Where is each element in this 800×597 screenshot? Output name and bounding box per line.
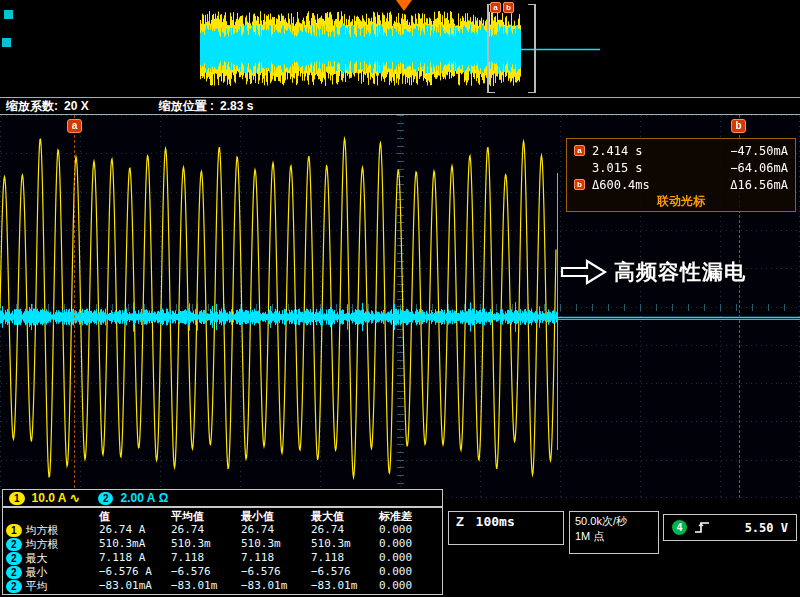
trigger-level: 5.50 V — [745, 521, 788, 535]
cursor-delta-time: Δ600.4ms — [592, 178, 650, 192]
meas-header-min: 最小值 — [241, 509, 311, 523]
meas-cell: −83.01m — [241, 579, 311, 593]
meas-cell: −6.576 A — [99, 565, 171, 579]
meas-header-mean: 平均值 — [171, 509, 241, 523]
overview-window: a b — [0, 0, 800, 97]
meas-cell: 26.74 — [311, 523, 379, 537]
meas-cell: 7.118 — [241, 551, 311, 565]
meas-cell: 0.000 — [379, 551, 437, 565]
ch1-scale[interactable]: 10.0 A ∿ — [32, 491, 80, 505]
cursor-a-badge-small: a — [574, 145, 585, 156]
cursor-a-row: a 2.414 s −47.50mA — [574, 142, 788, 159]
trigger-channel-badge: 4 — [672, 520, 687, 535]
meas-cell: 26.74 A — [99, 523, 171, 537]
cursor-b-time: 3.015 s — [592, 161, 643, 175]
meas-cell: −6.576 — [311, 565, 379, 579]
zoom-scale-box[interactable]: Z 100ms — [448, 511, 564, 545]
ch2-badge: 2 — [6, 538, 22, 551]
meas-cell: 510.3mA — [99, 537, 171, 551]
channel-scale-bar: 1 10.0 A ∿ 2 2.00 A Ω — [2, 489, 443, 507]
cursor-a-value: −47.50mA — [730, 144, 788, 158]
ch1-badge[interactable]: 1 — [9, 492, 25, 505]
ch2-reference-marker-icon — [2, 38, 11, 47]
meas-cell: 0.000 — [379, 579, 437, 593]
meas-cell: 7.118 A — [99, 551, 171, 565]
meas-row-label: 2 平均 — [6, 579, 99, 593]
ch2-scale[interactable]: 2.00 A Ω — [120, 491, 168, 505]
overview-canvas — [0, 0, 800, 97]
meas-cell: 510.3m — [171, 537, 241, 551]
annotation-text: 高频容性漏电 — [614, 258, 746, 286]
meas-header-stddev: 标准差 — [379, 509, 437, 523]
meas-header-max: 最大值 — [311, 509, 379, 523]
meas-row-label: 1 均方根 — [6, 523, 99, 537]
meas-cell: 0.000 — [379, 565, 437, 579]
cursor-readout-box: a 2.414 s −47.50mA 3.015 s −64.06mA b Δ6… — [566, 138, 796, 212]
meas-row-label: 2 最小 — [6, 565, 99, 579]
meas-cell: 7.118 — [171, 551, 241, 565]
zoom-bracket-right[interactable] — [528, 4, 536, 93]
meas-cell: −6.576 — [171, 565, 241, 579]
ch2-badge: 2 — [6, 580, 22, 593]
sample-rate: 50.0k次/秒 — [575, 514, 653, 529]
meas-row-label: 2 均方根 — [6, 537, 99, 551]
ch2-badge: 2 — [6, 566, 22, 579]
overview-cursor-b-badge[interactable]: b — [503, 2, 514, 13]
annotation-arrow-icon — [560, 258, 608, 286]
meas-cell: 0.000 — [379, 537, 437, 551]
cursor-delta-row: b Δ600.4ms Δ16.56mA — [574, 176, 788, 193]
zoom-factor-label: 缩放系数: — [6, 98, 58, 115]
meas-cell: −83.01mA — [99, 579, 171, 593]
meas-row-label: 2 最大 — [6, 551, 99, 565]
trigger-slope-icon — [694, 521, 710, 534]
annotation: 高频容性漏电 — [560, 258, 746, 286]
cursor-delta-value: Δ16.56mA — [730, 178, 788, 192]
meas-cell: 26.74 — [171, 523, 241, 537]
overview-cursor-a-badge[interactable]: a — [490, 2, 501, 13]
meas-cell: 7.118 — [311, 551, 379, 565]
cursor-b-badge[interactable]: b — [731, 119, 746, 133]
zoom-bracket-left[interactable] — [487, 4, 495, 93]
meas-cell: −6.576 — [241, 565, 311, 579]
zoom-position-label: 缩放位置 : — [159, 98, 214, 115]
cursor-a-badge[interactable]: a — [67, 119, 82, 133]
meas-cell: 26.74 — [241, 523, 311, 537]
oscilloscope-screen: a b 缩放系数: 20 X 缩放位置 : 2.83 s a b a 2.414… — [0, 0, 800, 597]
record-length: 1M 点 — [575, 529, 653, 544]
zoom-factor-value[interactable]: 20 X — [64, 99, 89, 113]
trigger-box[interactable]: 4 5.50 V — [663, 514, 797, 541]
cursor-b-value: −64.06mA — [730, 161, 788, 175]
meas-cell: 510.3m — [241, 537, 311, 551]
zoom-scale-label: Z — [456, 514, 464, 529]
ch1-badge: 1 — [6, 524, 22, 537]
ch1-coupling-icon: ∿ — [70, 491, 80, 505]
meas-cell: −83.01m — [171, 579, 241, 593]
zoom-position-value[interactable]: 2.83 s — [220, 99, 253, 113]
main-graticule: a b a 2.414 s −47.50mA 3.015 s −64.06mA … — [0, 115, 800, 498]
cursor-b-badge-small: b — [574, 179, 585, 190]
zoom-info-bar: 缩放系数: 20 X 缩放位置 : 2.83 s — [0, 97, 800, 115]
cursor-a-line[interactable] — [74, 115, 75, 498]
ch1-reference-marker-icon — [4, 10, 13, 19]
ch2-badge[interactable]: 2 — [98, 492, 114, 505]
meas-corner — [6, 509, 99, 523]
meas-cell: −83.01m — [311, 579, 379, 593]
meas-header-value: 值 — [99, 509, 171, 523]
zoom-scale-value: 100ms — [476, 514, 515, 529]
measurement-panel: 值 平均值 最小值 最大值 标准差 1 均方根 26.74 A 26.74 26… — [2, 507, 443, 595]
ch2-badge: 2 — [6, 552, 22, 565]
cursor-b-row: 3.015 s −64.06mA — [574, 159, 788, 176]
meas-cell: 510.3m — [311, 537, 379, 551]
cursor-a-time: 2.414 s — [592, 144, 643, 158]
trigger-position-icon[interactable] — [396, 0, 412, 11]
cursor-mode-label[interactable]: 联动光标 — [574, 193, 788, 209]
ch2-coupling-icon: Ω — [159, 491, 169, 505]
acquisition-box[interactable]: 50.0k次/秒 1M 点 — [569, 511, 659, 554]
meas-cell: 0.000 — [379, 523, 437, 537]
